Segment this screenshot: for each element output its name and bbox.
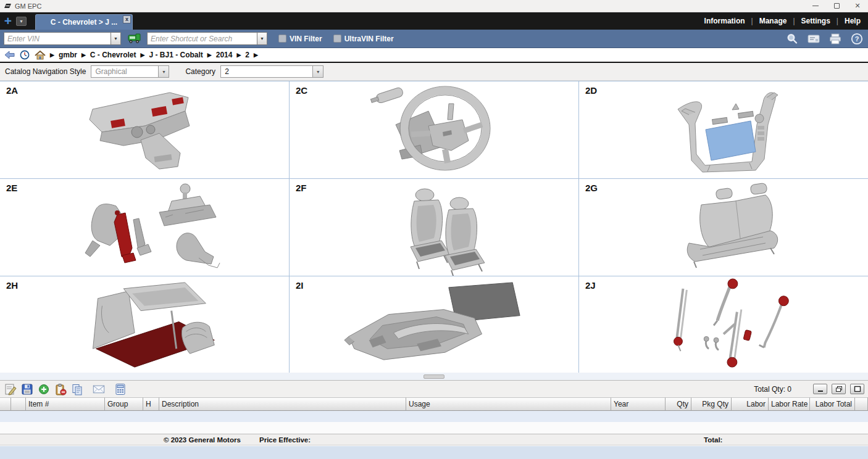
- catalog-grid: 2A 2C: [0, 81, 868, 373]
- home-icon[interactable]: [35, 50, 46, 60]
- category-select[interactable]: 2 ▼: [220, 65, 323, 78]
- splitter-grip-handle[interactable]: [424, 374, 444, 379]
- trunk-trim-illustration: [0, 276, 289, 373]
- shortcut-dropdown-icon[interactable]: ▼: [257, 32, 267, 45]
- add-tab-button[interactable]: +: [0, 12, 16, 30]
- column-header-labor-rate[interactable]: Labor Rate: [769, 397, 810, 411]
- tab-list-dropdown-icon[interactable]: ▼: [16, 17, 27, 26]
- breadcrumb-item-year[interactable]: 2014: [216, 51, 233, 59]
- column-header-flag[interactable]: [11, 397, 26, 411]
- tab-menu-bar: + ▼ C - Chevrolet > J ... x Information …: [0, 12, 868, 30]
- print-icon[interactable]: [828, 32, 843, 46]
- green-truck-icon: [127, 33, 141, 45]
- panel-restore-icon[interactable]: [832, 384, 846, 394]
- main-menu: Information | Manage | Settings | Help: [704, 12, 861, 30]
- catalog-nav-style-label: Catalog Navigation Style: [5, 67, 86, 76]
- minimize-window-icon[interactable]: [805, 0, 826, 12]
- total-qty-label: Total Qty: 0: [754, 385, 791, 394]
- column-header-h[interactable]: H: [143, 397, 159, 411]
- history-clock-icon[interactable]: [19, 50, 30, 60]
- catalog-cell-2C[interactable]: 2C: [290, 81, 578, 178]
- column-header-usage[interactable]: Usage: [406, 397, 611, 411]
- column-header-year[interactable]: Year: [611, 397, 666, 411]
- title-bar: GM EPC ✕: [0, 0, 868, 12]
- edit-notes-icon[interactable]: [4, 382, 17, 395]
- chevron-down-icon: ▼: [312, 66, 323, 77]
- column-header-qty[interactable]: Qty: [666, 397, 691, 411]
- breadcrumb: ▶ gmbr ▶ C - Chevrolet ▶ J - BJ1 - Cobal…: [0, 48, 868, 63]
- remove-item-icon[interactable]: [54, 382, 67, 395]
- panel-maximize-icon[interactable]: [850, 384, 864, 394]
- catalog-cell-2F[interactable]: 2F: [290, 179, 578, 276]
- save-icon[interactable]: [20, 382, 34, 395]
- column-header-description[interactable]: Description: [159, 397, 406, 411]
- seat-belts-illustration: [579, 276, 868, 373]
- active-catalog-tab[interactable]: C - Chevrolet > J ... x: [35, 14, 133, 30]
- copy-icon[interactable]: [70, 382, 84, 395]
- search-toolbar: ▼ ▼ VIN Filter UltraVIN Filter: [0, 30, 868, 48]
- column-header-group[interactable]: Group: [105, 397, 143, 411]
- parts-toolbar: Total Qty: 0: [0, 381, 868, 397]
- close-window-icon[interactable]: ✕: [847, 0, 868, 12]
- svg-text:?: ?: [855, 35, 859, 43]
- menu-separator: |: [793, 17, 795, 25]
- menu-item-information[interactable]: Information: [704, 17, 745, 25]
- menu-item-settings[interactable]: Settings: [801, 17, 830, 25]
- column-header-pkg-qty[interactable]: Pkg Qty: [691, 397, 732, 411]
- category-value: 2: [221, 66, 312, 77]
- breadcrumb-separator-icon: ▶: [254, 52, 258, 58]
- vin-input-group: ▼: [4, 32, 121, 45]
- catalog-nav-style-select[interactable]: Graphical ▼: [91, 65, 169, 78]
- total-label: Total:: [704, 436, 722, 444]
- column-header-labor-total[interactable]: Labor Total: [810, 397, 855, 411]
- breadcrumb-item-gmbr[interactable]: gmbr: [59, 51, 77, 59]
- menu-separator: |: [751, 17, 753, 25]
- breadcrumb-item-category[interactable]: 2: [245, 51, 249, 59]
- breadcrumb-separator-icon: ▶: [50, 52, 54, 58]
- vin-filter-checkbox-group: VIN Filter: [278, 35, 322, 43]
- menu-item-help[interactable]: Help: [845, 17, 861, 25]
- app-logo-icon: [4, 3, 12, 9]
- breadcrumb-separator-icon: ▶: [81, 52, 86, 58]
- maximize-window-icon[interactable]: [826, 0, 847, 12]
- vin-filter-checkbox[interactable]: [278, 35, 286, 43]
- report-calculator-icon[interactable]: [114, 382, 127, 395]
- help-icon[interactable]: ?: [849, 32, 864, 46]
- add-item-icon[interactable]: [37, 382, 51, 395]
- vin-input[interactable]: [4, 32, 111, 45]
- shortcut-search-input[interactable]: [147, 32, 257, 45]
- panel-minimize-icon[interactable]: [813, 384, 827, 394]
- column-header-item[interactable]: Item #: [26, 397, 105, 411]
- breadcrumb-separator-icon: ▶: [207, 52, 212, 58]
- price-effective-label: Price Effective:: [259, 436, 311, 444]
- catalog-cell-2J[interactable]: 2J: [579, 276, 868, 373]
- column-header-labor[interactable]: Labor: [732, 397, 769, 411]
- catalog-cell-2H[interactable]: 2H: [0, 276, 289, 373]
- breadcrumb-item-model[interactable]: J - BJ1 - Cobalt: [149, 51, 202, 59]
- email-icon[interactable]: [92, 382, 106, 395]
- catalog-filter-row: Catalog Navigation Style Graphical ▼ Cat…: [0, 63, 868, 81]
- catalog-cell-2I[interactable]: 2I: [290, 276, 578, 373]
- search-icon[interactable]: [785, 32, 799, 46]
- catalog-cell-2E[interactable]: 2E: [0, 179, 289, 276]
- catalog-cell-2G[interactable]: 2G: [579, 179, 868, 276]
- app-window: GM EPC ✕ + ▼ C - Chevrolet > J ... x Inf…: [0, 0, 868, 459]
- breadcrumb-item-make[interactable]: C - Chevrolet: [90, 51, 136, 59]
- back-arrow-icon[interactable]: [4, 50, 15, 60]
- catalog-nav-style-value: Graphical: [91, 66, 158, 77]
- table-row: [0, 411, 868, 422]
- ultravin-filter-label: UltraVIN Filter: [344, 35, 394, 43]
- tab-close-icon[interactable]: x: [123, 15, 131, 23]
- menu-item-manage[interactable]: Manage: [759, 17, 787, 25]
- copyright-text: © 2023 General Motors: [164, 436, 241, 444]
- ultravin-filter-checkbox[interactable]: [333, 35, 341, 43]
- vin-dropdown-icon[interactable]: ▼: [111, 32, 121, 45]
- tab-label: C - Chevrolet > J ...: [51, 18, 117, 27]
- vehicle-select-button[interactable]: [127, 32, 141, 46]
- catalog-cell-2D[interactable]: 2D: [579, 81, 868, 178]
- category-label: Category: [185, 67, 215, 76]
- catalog-cell-2A[interactable]: 2A: [0, 81, 289, 178]
- shortcut-search-group: ▼: [147, 32, 267, 45]
- vehicle-card-icon[interactable]: [806, 32, 821, 46]
- column-header-select[interactable]: [0, 397, 11, 411]
